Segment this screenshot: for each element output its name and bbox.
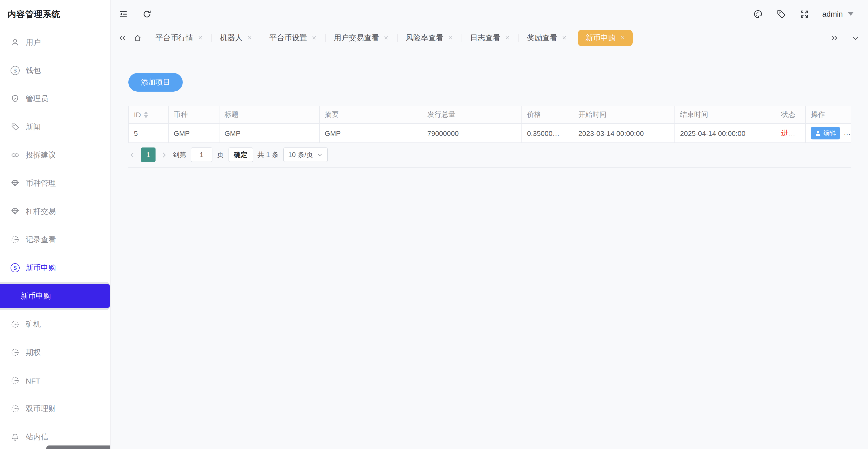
cell-actions: 编辑 … bbox=[806, 124, 851, 143]
sidebar-item-users[interactable]: 用户 bbox=[0, 28, 110, 56]
app-window: 内容管理系统 用户 $ 钱包 管理员 新闻 投拆建议 bbox=[0, 0, 868, 449]
tab-platform-coin-settings[interactable]: 平台币设置 bbox=[261, 28, 325, 48]
sidebar-item-margin-trading[interactable]: 杠杆交易 bbox=[0, 197, 110, 226]
goto-page-input[interactable] bbox=[191, 148, 212, 162]
home-icon[interactable] bbox=[133, 33, 142, 42]
projects-table-wrap: ID 币种 标题 摘要 发行总量 价格 开始时间 结束时间 状态 bbox=[128, 106, 851, 168]
cell-total-issuance: 79000000 bbox=[422, 124, 522, 143]
sidebar-item-nft[interactable]: NFT bbox=[0, 366, 110, 395]
sidebar-item-coin-management[interactable]: 币种管理 bbox=[0, 169, 110, 197]
top-bar: admin bbox=[111, 0, 868, 28]
column-header-summary: 摘要 bbox=[319, 106, 422, 124]
sidebar-item-dual-currency[interactable]: 双币理财 bbox=[0, 395, 110, 423]
tab-rewards[interactable]: 奖励查看 bbox=[519, 28, 575, 48]
sidebar-item-site-messages[interactable]: 站内信 bbox=[0, 423, 110, 449]
app-title: 内容管理系统 bbox=[0, 0, 110, 28]
main-area: admin 平台币行情 机器人 平台币设置 bbox=[111, 0, 868, 449]
close-icon[interactable] bbox=[505, 35, 510, 40]
sidebar-item-new-coin-subscription[interactable]: $ 新币申购 bbox=[0, 254, 110, 282]
sidebar-subitem-label: 新币申购 bbox=[21, 291, 51, 301]
sort-caret-icon[interactable] bbox=[144, 111, 148, 118]
cell-id: 5 bbox=[129, 124, 168, 143]
add-project-button[interactable]: 添加项目 bbox=[128, 73, 183, 92]
tabs-scroll-left-icon[interactable] bbox=[118, 33, 127, 42]
collapse-sidebar-icon[interactable] bbox=[118, 9, 128, 19]
close-icon[interactable] bbox=[383, 35, 389, 40]
close-icon[interactable] bbox=[247, 35, 252, 40]
dollar-icon: $ bbox=[10, 66, 20, 75]
tab-logs[interactable]: 日志查看 bbox=[462, 28, 519, 48]
sidebar-item-label: 新闻 bbox=[26, 122, 41, 131]
bell-icon bbox=[10, 432, 20, 442]
user-name: admin bbox=[822, 9, 843, 18]
close-icon[interactable] bbox=[312, 35, 317, 40]
content-area: 添加项目 ID bbox=[111, 48, 868, 449]
sidebar-item-wallet[interactable]: $ 钱包 bbox=[0, 56, 110, 85]
tabs-menu-chevron-icon[interactable] bbox=[851, 33, 860, 42]
page-1-button[interactable]: 1 bbox=[141, 148, 156, 162]
sidebar-menu: 用户 $ 钱包 管理员 新闻 投拆建议 币种管理 bbox=[0, 28, 110, 449]
tab-label: 风险率查看 bbox=[406, 33, 443, 42]
sidebar-item-label: 期权 bbox=[26, 348, 41, 357]
tab-label: 平台币设置 bbox=[269, 33, 307, 42]
prev-page-icon[interactable] bbox=[128, 151, 136, 159]
user-icon bbox=[815, 130, 821, 136]
goto-label: 到第 bbox=[173, 150, 186, 159]
tab-user-trades[interactable]: 用户交易查看 bbox=[325, 28, 397, 48]
confirm-button[interactable]: 确定 bbox=[228, 148, 253, 162]
edit-button[interactable]: 编辑 bbox=[811, 127, 840, 140]
shield-icon bbox=[10, 94, 20, 103]
dollar-icon: $ bbox=[10, 263, 20, 272]
sidebar-item-mining-machine[interactable]: 矿机 bbox=[0, 310, 110, 338]
sidebar-item-label: 杠杆交易 bbox=[26, 207, 56, 216]
tab-risk-rate[interactable]: 风险率查看 bbox=[397, 28, 462, 48]
sidebar-item-news[interactable]: 新闻 bbox=[0, 113, 110, 141]
gem-icon bbox=[10, 179, 20, 188]
next-page-icon[interactable] bbox=[160, 151, 168, 159]
link-icon bbox=[10, 150, 20, 159]
chevron-down-icon bbox=[847, 12, 854, 16]
sidebar-item-feedback[interactable]: 投拆建议 bbox=[0, 141, 110, 169]
column-header-title: 标题 bbox=[219, 106, 319, 124]
sidebar-item-admins[interactable]: 管理员 bbox=[0, 85, 110, 113]
sidebar-submenu: 新币申购 bbox=[0, 282, 110, 310]
edit-button-label: 编辑 bbox=[824, 129, 836, 138]
column-header-end-time: 结束时间 bbox=[675, 106, 776, 124]
tab-bar: 平台币行情 机器人 平台币设置 用户交易查看 风险率查看 日志查看 bbox=[111, 28, 868, 48]
scrollbar-thumb[interactable] bbox=[46, 446, 111, 449]
sidebar-item-label: 投拆建议 bbox=[26, 150, 56, 160]
column-header-id: ID bbox=[129, 106, 168, 124]
tab-label: 日志查看 bbox=[470, 33, 500, 42]
sidebar-item-label: 站内信 bbox=[26, 432, 48, 442]
sidebar-item-options[interactable]: 期权 bbox=[0, 338, 110, 366]
cell-title: GMP bbox=[219, 124, 319, 143]
tab-label: 奖励查看 bbox=[527, 33, 557, 42]
user-menu[interactable]: admin bbox=[822, 9, 854, 18]
sidebar-item-label: 双币理财 bbox=[26, 404, 56, 414]
page-size-select[interactable]: 10 条/页 bbox=[283, 148, 328, 162]
tab-label: 新币申购 bbox=[585, 33, 616, 42]
tab-platform-coin-market[interactable]: 平台币行情 bbox=[147, 28, 211, 48]
tab-robot[interactable]: 机器人 bbox=[211, 28, 261, 48]
column-header-price: 价格 bbox=[522, 106, 573, 124]
close-icon[interactable] bbox=[198, 35, 203, 40]
sidebar: 内容管理系统 用户 $ 钱包 管理员 新闻 投拆建议 bbox=[0, 0, 111, 449]
tag-icon[interactable] bbox=[776, 9, 786, 19]
close-icon[interactable] bbox=[448, 35, 453, 40]
tab-new-coin-subscription[interactable]: 新币申购 bbox=[578, 29, 633, 46]
more-actions[interactable]: … bbox=[844, 128, 850, 137]
sidebar-item-label: 钱包 bbox=[26, 66, 41, 75]
gauge-icon bbox=[10, 348, 20, 357]
tabs-scroll-right-icon[interactable] bbox=[830, 33, 838, 42]
close-icon[interactable] bbox=[562, 35, 567, 40]
tab-label: 用户交易查看 bbox=[334, 33, 379, 42]
table-row: 5 GMP GMP GMP 79000000 0.35000… 2023-03-… bbox=[129, 124, 851, 143]
sidebar-item-records[interactable]: 记录查看 bbox=[0, 226, 110, 254]
fullscreen-icon[interactable] bbox=[799, 9, 809, 19]
refresh-icon[interactable] bbox=[142, 9, 152, 19]
close-icon[interactable] bbox=[620, 35, 625, 40]
theme-palette-icon[interactable] bbox=[753, 9, 763, 19]
page-label: 页 bbox=[217, 150, 224, 159]
sidebar-subitem-new-coin-subscription[interactable]: 新币申购 bbox=[0, 284, 110, 308]
cell-start-time: 2023-03-14 00:00:00 bbox=[573, 124, 675, 143]
